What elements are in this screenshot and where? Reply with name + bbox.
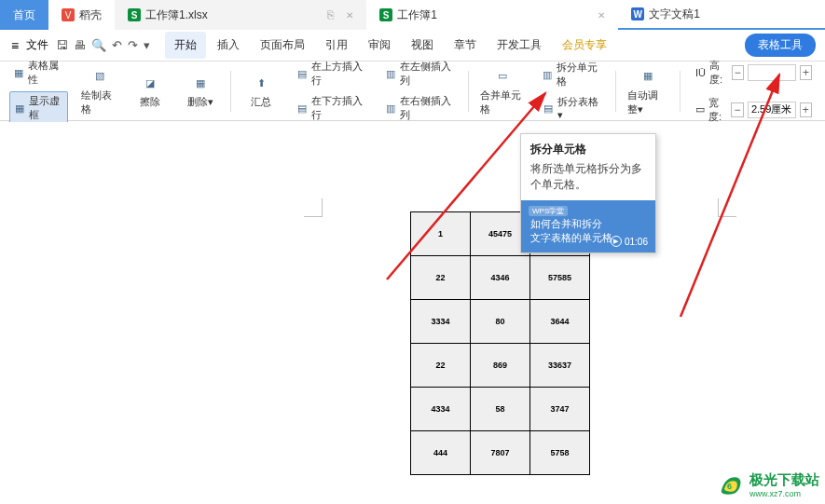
eraser-icon: ◪	[140, 73, 160, 93]
table-row[interactable]: 3334 80 3644	[411, 300, 590, 344]
height-decrease-button[interactable]: −	[732, 65, 744, 80]
table-properties-icon: ▦	[13, 66, 24, 79]
height-increase-button[interactable]: +	[800, 65, 812, 80]
erase-button[interactable]: ◪ 擦除	[131, 73, 169, 109]
label: 在左侧插入列	[400, 60, 453, 88]
height-input[interactable]	[748, 64, 796, 81]
row-height-control: IŪ 高度: − +	[692, 57, 816, 89]
width-input[interactable]	[748, 102, 796, 118]
insert-below-icon: ▤	[296, 102, 308, 115]
cell[interactable]: 4334	[411, 388, 471, 431]
tab-document1[interactable]: W 文字文稿1	[618, 0, 825, 30]
label: 在上方插入行	[311, 60, 364, 88]
table-properties-button[interactable]: ▦ 表格属性	[9, 57, 68, 89]
tab-home[interactable]: 首页	[0, 0, 48, 30]
cell[interactable]: 7807	[471, 431, 530, 475]
ribbon-tab-start[interactable]: 开始	[165, 32, 206, 59]
ribbon-tab-insert[interactable]: 插入	[208, 32, 249, 59]
table-tools-button[interactable]: 表格工具	[745, 34, 816, 57]
insert-row-below-button[interactable]: ▤ 在下方插入行	[293, 92, 368, 124]
cell[interactable]: 3747	[530, 388, 590, 431]
tab-indicator-icon: ⎘	[327, 8, 334, 21]
document-area: 1 45475 22 4346 57585 3334 80 3644 22 86…	[0, 122, 825, 504]
show-frame-icon: ▦	[14, 102, 25, 115]
wps-badge: WPS学堂	[529, 206, 568, 216]
cell[interactable]: 1	[411, 212, 471, 256]
ribbon-tab-references[interactable]: 引用	[316, 32, 357, 59]
label: 汇总	[251, 95, 271, 109]
page-corner-tl	[304, 198, 323, 217]
split-table-button[interactable]: ▤ 拆分表格▾	[538, 93, 604, 123]
file-menu[interactable]: 文件	[26, 37, 48, 53]
split-cell-button[interactable]: ▥ 拆分单元格	[538, 59, 604, 90]
ribbon-tab-layout[interactable]: 页面布局	[251, 32, 314, 59]
summary-button[interactable]: ⬆ 汇总	[242, 73, 280, 109]
tooltip-video-link[interactable]: WPS学堂 如何合并和拆分 文字表格的单元格 ▶ 01:06	[521, 200, 655, 252]
split-cell-icon: ▥	[542, 68, 553, 81]
width-icon: ▭	[695, 103, 705, 116]
tab-workbook1[interactable]: S 工作簿1 ✕	[366, 0, 618, 30]
ribbon-tab-devtools[interactable]: 开发工具	[488, 32, 551, 59]
undo-icon[interactable]: ↶	[112, 38, 122, 52]
tab-workbook1-xlsx[interactable]: S 工作簿1.xlsx ⎘ ✕	[115, 0, 366, 30]
ribbon-tab-chapter[interactable]: 章节	[445, 32, 486, 59]
label: 自动调整▾	[627, 89, 668, 116]
show-frame-button[interactable]: ▦ 显示虚框	[9, 91, 68, 125]
summary-icon: ⬆	[251, 73, 271, 93]
merge-cells-icon: ▭	[492, 66, 513, 87]
insert-column-right-button[interactable]: ▥ 在右侧插入列	[381, 92, 457, 124]
merge-cells-button[interactable]: ▭ 合并单元格	[480, 66, 525, 116]
qat-dropdown-icon[interactable]: ▾	[144, 38, 150, 52]
width-label: 宽度:	[708, 96, 727, 124]
delete-button[interactable]: ▦ 删除▾	[182, 73, 219, 109]
insert-column-left-button[interactable]: ▥ 在左侧插入列	[381, 58, 457, 89]
close-icon[interactable]: ✕	[346, 10, 353, 20]
width-decrease-button[interactable]: −	[731, 102, 743, 117]
cell[interactable]: 22	[411, 256, 471, 300]
play-icon: ▶	[611, 236, 622, 247]
print-icon[interactable]: 🖶	[74, 38, 86, 52]
column-width-control: ▭ 宽度: − +	[692, 94, 816, 126]
label: 显示虚框	[29, 94, 63, 122]
cell[interactable]: 57585	[530, 256, 590, 300]
insert-row-above-button[interactable]: ▤ 在上方插入行	[293, 58, 368, 89]
table-row[interactable]: 22 869 33637	[411, 344, 590, 388]
table-row[interactable]: 444 7807 5758	[411, 431, 590, 475]
table-row[interactable]: 4334 58 3747	[411, 388, 590, 431]
ribbon: ▦ 表格属性 ▦ 显示虚框 ▧ 绘制表格 ◪ 擦除 ▦ 删除▾ ⬆ 汇总	[0, 61, 825, 121]
save-icon[interactable]: 🖫	[56, 38, 68, 52]
cell[interactable]: 3644	[530, 300, 590, 344]
preview-icon[interactable]: 🔍	[91, 38, 106, 52]
close-icon[interactable]: ✕	[598, 10, 605, 20]
ribbon-tab-member[interactable]: 会员专享	[553, 32, 616, 59]
excel-icon: S	[379, 8, 392, 21]
cell[interactable]: 444	[411, 431, 471, 475]
cell[interactable]: 869	[471, 344, 530, 388]
redo-icon[interactable]: ↷	[128, 38, 138, 52]
word-icon: W	[631, 7, 644, 20]
cell[interactable]: 22	[411, 344, 471, 388]
split-table-icon: ▤	[542, 102, 554, 115]
tab-docao[interactable]: V 稻壳	[48, 0, 115, 30]
label: 拆分单元格	[557, 61, 600, 89]
cell[interactable]: 33637	[530, 344, 590, 388]
width-increase-button[interactable]: +	[800, 102, 812, 117]
cell[interactable]: 58	[471, 388, 530, 431]
excel-icon: S	[128, 8, 141, 21]
auto-adjust-button[interactable]: ▦ 自动调整▾	[627, 66, 668, 116]
draw-table-button[interactable]: ▧ 绘制表格	[81, 66, 118, 116]
tooltip-title: 拆分单元格	[521, 134, 655, 161]
delete-icon: ▦	[190, 73, 211, 93]
hamburger-icon[interactable]: ≡	[7, 38, 22, 53]
cell[interactable]: 5758	[530, 431, 590, 475]
cell[interactable]: 3334	[411, 300, 471, 344]
cell[interactable]: 80	[471, 300, 530, 344]
ribbon-tab-view[interactable]: 视图	[402, 32, 443, 59]
label: 删除▾	[187, 95, 213, 109]
split-cell-tooltip: 拆分单元格 将所选单元格拆分为多个单元格。 WPS学堂 如何合并和拆分 文字表格…	[520, 133, 656, 253]
ribbon-tab-review[interactable]: 审阅	[359, 32, 400, 59]
table-row[interactable]: 22 4346 57585	[411, 256, 590, 300]
page-corner-tr	[718, 198, 736, 217]
cell[interactable]: 4346	[471, 256, 530, 300]
label: 擦除	[140, 95, 160, 109]
